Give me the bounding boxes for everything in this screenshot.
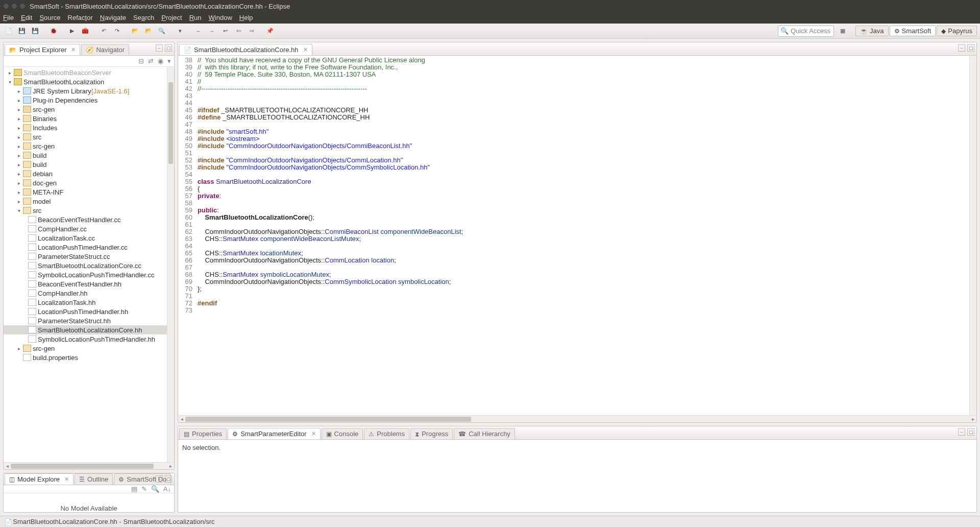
tree-node-proj[interactable]: ▾SmartBluetoothLocalization xyxy=(4,77,174,86)
tree-node[interactable]: ▸debian xyxy=(4,169,174,178)
next-edit-icon[interactable]: → xyxy=(206,26,217,37)
tree-file[interactable]: CompHandler.hh xyxy=(4,289,174,298)
editor-tab[interactable]: 📄 SmartBluetoothLocalizationCore.hh✕ xyxy=(179,44,312,55)
prev-edit-icon[interactable]: ← xyxy=(193,26,204,37)
tree-file[interactable]: LocalizationTask.cc xyxy=(4,233,174,243)
tree-node[interactable]: ▸Includes xyxy=(4,123,174,132)
maximize-editor-icon[interactable]: ▢ xyxy=(967,44,974,52)
minimize-icon[interactable] xyxy=(11,3,17,9)
tab-progress[interactable]: ⧗ Progress xyxy=(410,428,453,439)
tab-project-explorer[interactable]: 📂 Project Explorer✕ xyxy=(5,44,80,55)
editor-h-scrollbar[interactable]: ◂▸ xyxy=(178,415,976,422)
toolbar-icon[interactable]: ▤ xyxy=(131,485,137,493)
minimize-editor-icon[interactable]: – xyxy=(958,44,965,52)
pin-icon[interactable]: 📌 xyxy=(264,26,276,37)
close-icon[interactable]: ✕ xyxy=(71,46,76,53)
project-tree[interactable]: ▸SmartBluetoothBeaconServer ▾SmartBlueto… xyxy=(4,67,174,462)
tab-properties[interactable]: ▤ Properties xyxy=(179,428,227,439)
ext-tools-icon[interactable]: 🧰 xyxy=(80,26,91,37)
tree-node-proj-cut[interactable]: ▸SmartBluetoothBeaconServer xyxy=(4,68,174,77)
tree-node[interactable]: ▸META-INF xyxy=(4,187,174,197)
close-icon[interactable]: ✕ xyxy=(311,430,316,437)
tree-node[interactable]: ▸src-gen xyxy=(4,105,174,114)
toolbar-icon[interactable]: ✎ xyxy=(141,485,147,493)
toolbar-icon[interactable]: 🔍 xyxy=(151,485,159,493)
minimize-view-icon[interactable]: – xyxy=(156,475,163,483)
back-icon[interactable]: ⇦ xyxy=(233,26,244,37)
toggle-mark-icon[interactable]: ▾ xyxy=(175,26,186,37)
tree-file[interactable]: SmartBluetoothLocalizationCore.cc xyxy=(4,261,174,270)
tab-outline[interactable]: ☰ Outline xyxy=(75,473,113,485)
save-all-icon[interactable]: 💾 xyxy=(30,26,41,37)
tree-file[interactable]: LocationPushTimedHandler.hh xyxy=(4,307,174,316)
close-icon[interactable] xyxy=(3,3,9,9)
focus-task-icon[interactable]: ◉ xyxy=(158,57,163,65)
menu-file[interactable]: File xyxy=(3,14,14,21)
tree-node[interactable]: ▸doc-gen xyxy=(4,178,174,187)
tab-problems[interactable]: ⚠ Problems xyxy=(364,428,409,439)
toolbar-icon[interactable]: A↓ xyxy=(163,485,171,493)
menu-project[interactable]: Project xyxy=(161,14,182,21)
editor-v-scrollbar[interactable] xyxy=(969,56,976,415)
tree-file[interactable]: CompHandler.cc xyxy=(4,224,174,233)
open-type-icon[interactable]: 📂 xyxy=(130,26,141,37)
menu-navigate[interactable]: Navigate xyxy=(100,14,126,21)
maximize-view-icon[interactable]: ▢ xyxy=(165,44,172,52)
view-menu-icon[interactable]: ▾ xyxy=(167,57,171,65)
tree-node[interactable]: ▸build xyxy=(4,151,174,160)
undo-icon[interactable]: ↶ xyxy=(98,26,109,37)
tree-node[interactable]: ▸model xyxy=(4,197,174,206)
tree-scrollbar[interactable] xyxy=(167,67,174,462)
open-perspective-icon[interactable]: ▦ xyxy=(837,26,848,37)
save-icon[interactable]: 💾 xyxy=(16,26,28,37)
quick-access-input[interactable]: 🔍 Quick Access xyxy=(778,26,834,37)
menu-refactor[interactable]: Refactor xyxy=(68,14,93,21)
close-icon[interactable]: ✕ xyxy=(64,476,69,483)
tree-file[interactable]: build.properties xyxy=(4,353,174,362)
maximize-view-icon[interactable]: ▢ xyxy=(967,428,974,436)
last-edit-icon[interactable]: ↩ xyxy=(219,26,231,37)
new-icon[interactable]: 📄 xyxy=(3,26,14,37)
tree-node[interactable]: ▸src-gen xyxy=(4,141,174,151)
tree-node-src[interactable]: ▾src xyxy=(4,206,174,215)
menu-search[interactable]: Search xyxy=(133,14,154,21)
tree-file[interactable]: BeaconEventTestHandler.cc xyxy=(4,215,174,224)
tab-navigator[interactable]: 🧭 Navigator xyxy=(81,44,129,55)
open-task-icon[interactable]: 📂 xyxy=(143,26,154,37)
forward-icon[interactable]: ⇨ xyxy=(246,26,257,37)
menu-help[interactable]: Help xyxy=(239,14,253,21)
tree-node[interactable]: ▸build xyxy=(4,160,174,169)
tree-file[interactable]: ParameterStateStruct.hh xyxy=(4,316,174,325)
tab-smartparam[interactable]: ⚙ SmartParameterEditor✕ xyxy=(228,428,320,439)
perspective-smartsoft[interactable]: ⚙ SmartSoft xyxy=(890,26,936,36)
tree-node[interactable]: ▸src xyxy=(4,132,174,141)
perspective-papyrus[interactable]: ◆ Papyrus xyxy=(937,26,977,36)
tab-model-explorer[interactable]: ◫ Model Explore✕ xyxy=(5,473,74,485)
maximize-view-icon[interactable]: ▢ xyxy=(165,475,172,483)
tab-console[interactable]: ▣ Console xyxy=(322,428,363,439)
debug-icon[interactable]: 🐞 xyxy=(48,26,59,37)
tree-node[interactable]: ▸src-gen xyxy=(4,344,174,353)
code-area[interactable]: // You should have received a copy of th… xyxy=(195,56,969,415)
tree-h-scrollbar[interactable]: ◂▸ xyxy=(4,462,174,469)
minimize-view-icon[interactable]: – xyxy=(958,428,965,436)
tree-file[interactable]: SymbolicLocationPushTimedHandler.hh xyxy=(4,334,174,344)
menu-run[interactable]: Run xyxy=(189,14,202,21)
tree-node-plugin[interactable]: ▸Plug-in Dependencies xyxy=(4,95,174,105)
search-icon[interactable]: 🔍 xyxy=(156,26,167,37)
tree-file-selected[interactable]: SmartBluetoothLocalizationCore.hh xyxy=(4,325,174,334)
menu-window[interactable]: Window xyxy=(209,14,232,21)
run-icon[interactable]: ▶ xyxy=(66,26,78,37)
menu-source[interactable]: Source xyxy=(39,14,60,21)
redo-icon[interactable]: ↷ xyxy=(111,26,122,37)
minimize-view-icon[interactable]: – xyxy=(156,44,163,52)
collapse-all-icon[interactable]: ⊟ xyxy=(138,57,144,65)
tree-file[interactable]: LocationPushTimedHandler.cc xyxy=(4,243,174,252)
tree-file[interactable]: ParameterStateStruct.cc xyxy=(4,252,174,261)
editor-body[interactable]: 3839404142434445464748495051525354555657… xyxy=(178,56,976,415)
tree-file[interactable]: LocalizationTask.hh xyxy=(4,298,174,307)
tree-node[interactable]: ▸Binaries xyxy=(4,114,174,123)
tab-callhier[interactable]: ☎ Call Hierarchy xyxy=(454,428,515,439)
close-icon[interactable]: ✕ xyxy=(303,46,308,53)
tree-file[interactable]: BeaconEventTestHandler.hh xyxy=(4,279,174,289)
